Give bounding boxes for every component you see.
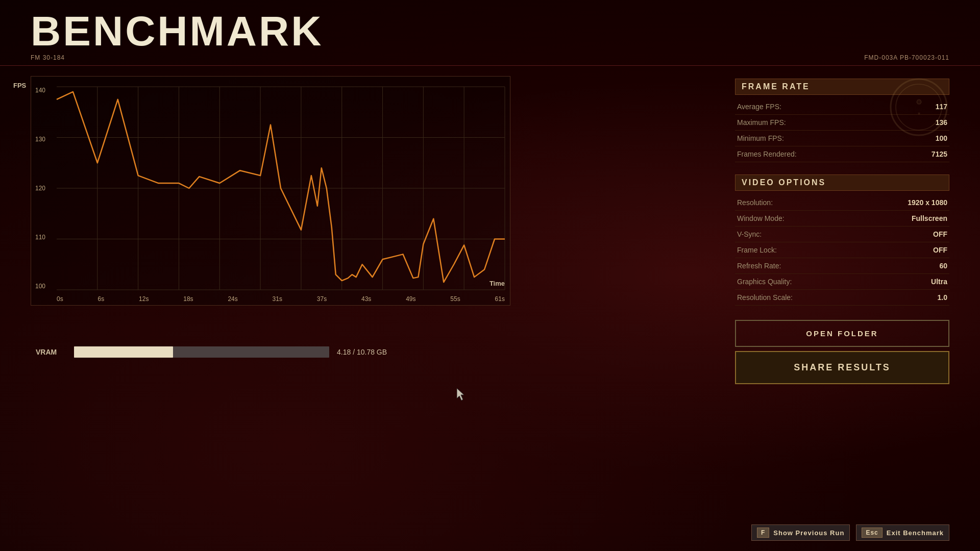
svg-text:★: ★ bbox=[917, 111, 921, 116]
x-label-12: 12s bbox=[139, 295, 149, 303]
stat-label: Resolution Scale: bbox=[735, 290, 859, 306]
svg-text:⚙: ⚙ bbox=[916, 98, 922, 106]
stat-value: 980 x 551 bbox=[859, 195, 949, 211]
svg-point-16 bbox=[891, 79, 947, 135]
logo-watermark: ⚙ ★ bbox=[888, 77, 949, 138]
stat-label: Frame Lock: bbox=[735, 242, 859, 258]
header: BENCHMARK FM 30-184 FMD-003A PB-700023-0… bbox=[0, 0, 980, 66]
table-row: Window Mode: Fullscreen bbox=[735, 211, 949, 227]
exit-key-badge: Esc bbox=[862, 528, 882, 538]
y-label-100: 100 bbox=[35, 283, 45, 290]
y-label-130: 130 bbox=[35, 136, 45, 143]
video-options-section-header: VIDEO OPTIONS bbox=[735, 174, 949, 191]
vram-separator: / bbox=[353, 348, 357, 356]
table-row: Frames Rendered: 7125 bbox=[735, 146, 949, 162]
fps-line bbox=[57, 92, 505, 282]
x-label-6: 6s bbox=[98, 295, 105, 303]
stat-value: 7125 bbox=[898, 146, 949, 162]
show-previous-key-badge: F bbox=[757, 528, 769, 538]
stat-label: Maximum FPS: bbox=[735, 115, 898, 131]
chart-canvas bbox=[57, 87, 505, 290]
vram-section: VRAM 4.18 / 10.78 GB bbox=[36, 346, 715, 358]
x-label-0: 0s bbox=[57, 295, 63, 303]
svg-point-17 bbox=[896, 84, 942, 130]
y-label-110: 110 bbox=[35, 234, 45, 241]
show-previous-label: Show Previous Run bbox=[773, 529, 844, 537]
stat-value: 1.0 bbox=[859, 290, 949, 306]
stat-label: Resolution: bbox=[735, 195, 859, 211]
x-label-55: 55s bbox=[450, 295, 460, 303]
exit-benchmark-button[interactable]: Esc Exit Benchmark bbox=[856, 524, 949, 541]
stat-label: Refresh Rate: bbox=[735, 258, 859, 274]
stat-value: 60 bbox=[859, 258, 949, 274]
right-panel: ⚙ ★ FRAME RATE Average FPS: 117 Maximum … bbox=[735, 76, 949, 535]
vram-value: 4.18 / 10.78 GB bbox=[337, 348, 387, 356]
stat-value: OFF bbox=[859, 242, 949, 258]
x-label-18: 18s bbox=[183, 295, 193, 303]
chart-section: FPS 140 130 120 110 100 Time bbox=[31, 76, 715, 535]
x-label-24: 24s bbox=[228, 295, 237, 303]
page-title: BENCHMARK bbox=[31, 10, 949, 52]
vram-total: 10.78 GB bbox=[357, 348, 387, 356]
table-row: Resolution Scale: 1.0 bbox=[735, 290, 949, 306]
y-label-140: 140 bbox=[35, 87, 45, 94]
chart-y-label: FPS bbox=[13, 82, 26, 89]
vram-current: 4.18 bbox=[337, 348, 351, 356]
stat-value: Ultra bbox=[859, 274, 949, 290]
vram-label: VRAM bbox=[36, 348, 66, 356]
subtitle-bar: FM 30-184 FMD-003A PB-700023-011 bbox=[31, 54, 949, 61]
subtitle-right: FMD-003A PB-700023-011 bbox=[864, 54, 949, 61]
x-label-49: 49s bbox=[406, 295, 415, 303]
main-area: FPS 140 130 120 110 100 Time bbox=[0, 66, 980, 545]
stat-label: Graphics Quality: bbox=[735, 274, 859, 290]
vram-bar-fill bbox=[74, 346, 173, 358]
x-label-43: 43s bbox=[361, 295, 371, 303]
stat-value: Fullscreen bbox=[859, 211, 949, 227]
stat-label: Frames Rendered: bbox=[735, 146, 898, 162]
table-row: Resolution: 980 x 551 bbox=[735, 195, 949, 211]
share-results-button[interactable]: SHARE RESULTS bbox=[735, 351, 949, 384]
chart-container: FPS 140 130 120 110 100 Time bbox=[31, 76, 510, 306]
x-label-61: 61s bbox=[495, 295, 505, 303]
stat-label: Average FPS: bbox=[735, 99, 898, 115]
table-row: Graphics Quality: Ultra bbox=[735, 274, 949, 290]
table-row: Frame Lock: OFF bbox=[735, 242, 949, 258]
table-row: V-Sync: OFF bbox=[735, 227, 949, 242]
stat-label: V-Sync: bbox=[735, 227, 859, 242]
y-axis-labels: 140 130 120 110 100 bbox=[35, 87, 45, 290]
stat-value: OFF bbox=[859, 227, 949, 242]
fps-chart-svg bbox=[57, 87, 505, 290]
open-folder-button[interactable]: OPEN FOLDER bbox=[735, 320, 949, 347]
x-axis-labels: 0s 6s 12s 18s 24s 31s 37s 43s 49s 55s 61… bbox=[57, 295, 505, 303]
show-previous-run-button[interactable]: F Show Previous Run bbox=[751, 524, 850, 541]
stat-label: Window Mode: bbox=[735, 211, 859, 227]
table-row: Refresh Rate: 60 bbox=[735, 258, 949, 274]
exit-label: Exit Benchmark bbox=[887, 529, 944, 537]
subtitle-left: FM 30-184 bbox=[31, 54, 65, 61]
video-options-table: Resolution: 980 x 551 Window Mode: Ful… bbox=[735, 195, 949, 306]
bottom-bar: F Show Previous Run Esc Exit Benchmark bbox=[751, 524, 949, 541]
x-label-31: 31s bbox=[273, 295, 282, 303]
y-label-120: 120 bbox=[35, 185, 45, 192]
stat-label: Minimum FPS: bbox=[735, 131, 898, 146]
vram-bar-container bbox=[74, 346, 329, 358]
x-label-37: 37s bbox=[317, 295, 327, 303]
